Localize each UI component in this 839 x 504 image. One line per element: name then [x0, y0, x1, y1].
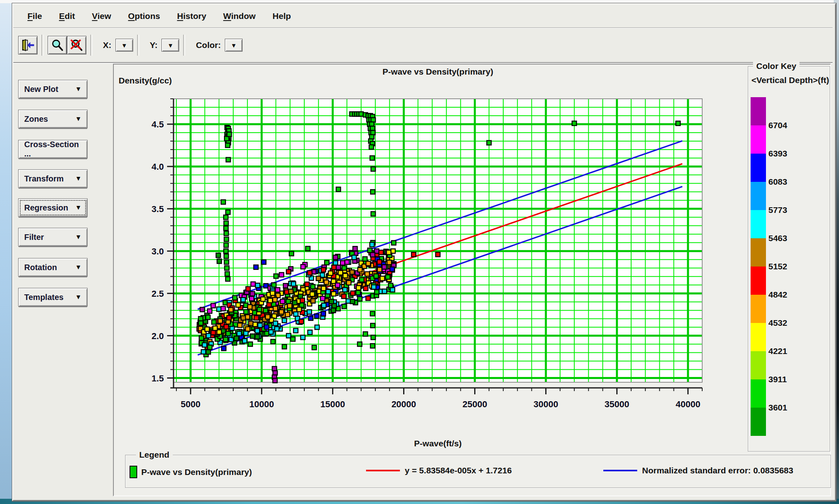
color-key-band [751, 210, 766, 238]
scatter-point [311, 285, 315, 289]
sidebar-button-transform[interactable]: Transform▼ [18, 169, 88, 188]
color-dropdown[interactable]: ▼ [225, 39, 243, 52]
sidebar-button-templates[interactable]: Templates▼ [18, 288, 88, 306]
color-key-band [751, 97, 766, 125]
menu-item-view[interactable]: View [84, 9, 120, 23]
sidebar-button-label: Filter [24, 233, 44, 242]
x-axis-dropdown[interactable]: ▼ [115, 39, 133, 52]
scatter-point [332, 265, 336, 270]
scatter-point [333, 261, 338, 265]
y-tick-label: 3.5 [151, 204, 164, 214]
scatter-point [388, 283, 393, 288]
zoom-out-button[interactable] [67, 36, 86, 54]
color-key-band [751, 182, 766, 210]
scatter-point [322, 303, 326, 308]
scatter-point [390, 287, 395, 292]
scatter-point [370, 242, 374, 247]
color-key-title: Color Key [753, 61, 799, 71]
scatter-point [241, 316, 245, 320]
scatter-point [341, 261, 345, 265]
menu-item-help[interactable]: Help [264, 9, 299, 23]
scatter-point [227, 316, 231, 320]
app-window: FileEditViewOptionsHistoryWindowHelp [12, 3, 836, 501]
y-axis-dropdown[interactable]: ▼ [161, 39, 179, 52]
color-key-bar [751, 97, 766, 436]
scatter-point [264, 283, 268, 288]
color-key-value: 5463 [768, 233, 787, 243]
scatter-point [366, 261, 370, 266]
scatter-point [241, 298, 245, 302]
scatter-point [261, 297, 265, 301]
scatter-point [285, 312, 290, 317]
scatter-point [379, 250, 383, 254]
scatter-point [487, 141, 491, 145]
scatter-point [347, 281, 351, 285]
scatter-point [238, 323, 242, 327]
scatter-point [249, 296, 254, 301]
scatter-point [282, 344, 287, 349]
scatter-point [244, 331, 248, 335]
sidebar-button-regression[interactable]: Regression▼ [18, 198, 88, 217]
scatter-point [255, 329, 259, 333]
scatter-point [271, 339, 275, 344]
sidebar-button-rotation[interactable]: Rotation▼ [18, 258, 88, 277]
scatter-point [331, 292, 336, 296]
scatter-point [321, 286, 326, 291]
color-key-value: 3911 [768, 375, 787, 384]
scatter-point [272, 283, 276, 287]
scatter-point [368, 248, 372, 252]
color-field-label: Color: [196, 40, 221, 50]
scatter-point [382, 289, 387, 294]
scatter-point [676, 121, 680, 125]
scatter-point [218, 319, 222, 323]
scatter-point [321, 312, 326, 316]
menu-item-window[interactable]: Window [215, 9, 264, 23]
sidebar-button-zones[interactable]: Zones▼ [18, 110, 88, 128]
zoom-in-button[interactable] [48, 36, 67, 54]
scatter-point [246, 287, 250, 291]
color-key-band [751, 295, 766, 323]
scatter-point [227, 132, 232, 137]
menu-item-history[interactable]: History [169, 9, 215, 23]
chevron-down-icon: ▼ [75, 85, 82, 93]
sidebar-button-label: Templates [24, 293, 63, 302]
scatter-point [232, 296, 237, 300]
scatter-point [226, 158, 230, 162]
scatter-point [254, 265, 258, 269]
scatter-point [224, 260, 229, 264]
color-key-value: 4532 [768, 318, 787, 328]
menu-item-file[interactable]: File [19, 9, 50, 23]
toolbar-separator [90, 35, 92, 56]
scatter-point [250, 292, 255, 296]
x-tick-label: 5000 [181, 399, 201, 409]
y-tick-label: 1.5 [151, 373, 164, 383]
chevron-down-icon: ▼ [75, 233, 82, 241]
scatter-point [342, 266, 346, 270]
scatter-point [335, 283, 340, 287]
color-key-band [751, 408, 766, 436]
scatter-point [309, 316, 313, 321]
crossplot-chart[interactable]: 1.52.02.53.03.54.04.55000100001500020000… [114, 65, 830, 496]
menu-item-options[interactable]: Options [119, 9, 168, 23]
sidebar-button-cross-section[interactable]: Cross-Section ... [18, 140, 88, 158]
sidebar-button-new-plot[interactable]: New Plot▼ [18, 80, 88, 98]
magnifier-icon [50, 38, 64, 52]
scatter-point [436, 252, 440, 257]
scatter-point [329, 299, 334, 304]
menu-item-edit[interactable]: Edit [50, 9, 84, 23]
scatter-point [224, 249, 228, 253]
sidebar-button-filter[interactable]: Filter▼ [18, 228, 88, 246]
legend-title: Legend [136, 450, 173, 460]
scatter-point [314, 314, 319, 318]
sidebar-button-label: Cross-Section ... [24, 140, 82, 158]
menu-item-label: dit [65, 11, 75, 21]
scatter-point [370, 156, 375, 160]
scatter-point [312, 345, 316, 350]
exit-button[interactable] [18, 36, 38, 54]
scatter-point [293, 300, 297, 305]
color-key-value: 4842 [768, 290, 787, 300]
scatter-point [224, 254, 228, 258]
x-axis-title: P-wave(ft/s) [174, 439, 702, 448]
scatter-point [291, 282, 296, 286]
color-key-value: 6393 [768, 149, 787, 158]
